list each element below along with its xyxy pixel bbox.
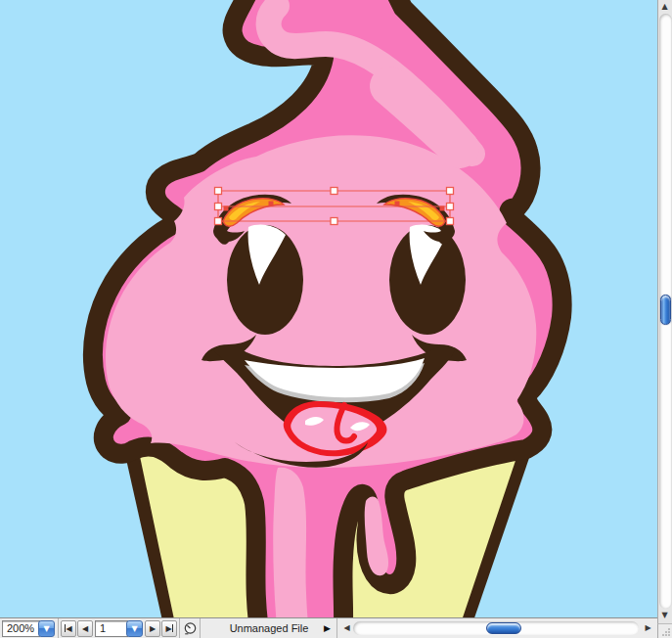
document-canvas[interactable] [0,0,657,617]
handle-top-right[interactable] [447,188,454,195]
vertical-scrollbar[interactable]: ▲ ▼ [657,0,672,623]
window-resize-grip[interactable] [657,623,672,638]
previous-page-button[interactable]: ◀ [77,620,93,637]
handle-bottom-left[interactable] [215,218,222,225]
last-page-button[interactable]: ▶ [161,620,177,637]
previous-page-icon: ◀ [82,624,88,633]
status-menu-icon[interactable]: ▶ [324,618,331,638]
scroll-up-icon[interactable]: ▲ [657,0,672,14]
next-page-icon: ▶ [150,624,156,633]
chevron-down-icon: ▼ [131,624,137,633]
icecream-artwork [0,0,657,617]
grip-dots-icon [658,624,672,638]
chevron-down-icon: ▼ [43,624,49,633]
scroll-right-icon[interactable]: ▶ [641,621,655,635]
handle-top-left[interactable] [215,188,222,195]
page-dropdown-button[interactable]: ▼ [126,620,143,637]
clock-icon [183,621,198,636]
zoom-input[interactable]: 200% [2,620,40,637]
history-button[interactable] [181,620,200,637]
horizontal-scroll-thumb[interactable] [486,622,521,634]
next-page-button[interactable]: ▶ [145,620,160,637]
color-profile-status[interactable]: Unmanaged File [201,618,337,638]
horizontal-scrollbar[interactable]: ◀ ▶ [338,618,657,638]
first-page-button[interactable]: ◀ [61,620,76,637]
scroll-left-icon[interactable]: ◀ [339,621,354,635]
vertical-scroll-thumb[interactable] [660,295,671,325]
first-page-icon: ◀ [66,624,71,633]
handle-mid-right[interactable] [447,204,454,210]
editor-window: ▲ ▼ 200% ▼ ◀ ◀ 1 ▼ ▶ ▶ Unmanaged File ▶ … [0,0,672,638]
handle-mid-left[interactable] [215,204,222,210]
status-bar: 200% ▼ ◀ ◀ 1 ▼ ▶ ▶ Unmanaged File ▶ ◀ ▶ [0,617,657,638]
zoom-dropdown-button[interactable]: ▼ [38,620,55,637]
scroll-down-icon[interactable]: ▼ [657,609,672,622]
handle-bottom-right[interactable] [447,218,454,225]
handle-bottom-mid[interactable] [331,218,337,225]
page-number-input[interactable]: 1 [95,620,128,637]
handle-top-mid[interactable] [331,188,337,195]
